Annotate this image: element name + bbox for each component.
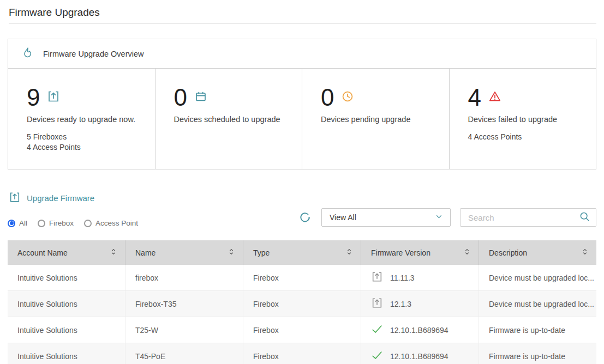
search-box (460, 208, 596, 227)
stat-ready-value: 9 (27, 85, 40, 110)
table-row[interactable]: Intuitive Solutions Firebox-T35 Firebox … (8, 291, 596, 317)
cell-type: Firebox (243, 317, 361, 343)
upload-icon (9, 191, 21, 205)
stat-scheduled-value: 0 (174, 85, 187, 110)
column-label: Account Name (17, 248, 68, 257)
column-header-firmware-version[interactable]: Firmware Version (361, 240, 479, 265)
search-icon[interactable] (579, 211, 590, 225)
cell-type: Firebox (243, 291, 361, 317)
filter-firebox-label: Firebox (49, 219, 74, 227)
firmware-version-text: 12.10.1.B689694 (390, 326, 448, 335)
column-label: Name (135, 248, 156, 257)
table-row[interactable]: Intuitive Solutions T45-PoE Firebox 12.1… (8, 343, 596, 364)
radio-selected-icon (8, 220, 15, 227)
column-label: Description (489, 248, 527, 257)
stat-ready-label: Devices ready to upgrade now. (27, 115, 145, 124)
table-toolbar: Upgrade Firmware All Firebox Access Poin… (8, 191, 596, 227)
firmware-version-text: 12.10.1.B689694 (390, 352, 448, 361)
cell-type: Firebox (243, 343, 361, 364)
sort-icon[interactable] (110, 248, 117, 257)
radio-unselected-icon (84, 220, 92, 227)
stat-failed-to-upgrade: 4 Devices failed to upgrade 4 Access Poi… (450, 69, 596, 169)
upgrade-firmware-label: Upgrade Firmware (27, 193, 94, 203)
sort-icon[interactable] (228, 248, 235, 257)
stat-failed-label: Devices failed to upgrade (468, 115, 587, 124)
cell-account-name: Intuitive Solutions (8, 317, 125, 343)
search-input[interactable] (467, 213, 579, 223)
sort-icon[interactable] (463, 248, 471, 257)
refresh-button[interactable] (298, 211, 312, 225)
cell-name: T45-PoE (125, 343, 243, 364)
stat-ready-to-upgrade: 9 Devices ready to upgrade now. 5 Firebo… (8, 69, 156, 169)
chevron-down-icon (434, 212, 444, 223)
firmware-version-text: 11.11.3 (390, 274, 415, 282)
overview-card-title: Firmware Upgrade Overview (43, 50, 144, 58)
filter-radio-access-point[interactable]: Access Point (84, 219, 138, 227)
flame-icon (21, 46, 34, 61)
column-label: Firmware Version (371, 248, 430, 257)
firmware-version-text: 12.1.3 (390, 300, 411, 308)
check-icon (371, 323, 383, 337)
column-header-type[interactable]: Type (243, 240, 361, 265)
cell-description: Device must be upgraded loc... (479, 265, 596, 290)
table-header-row: Account Name Name Type Firmware Version … (8, 240, 596, 265)
filter-radio-firebox[interactable]: Firebox (38, 219, 74, 227)
stat-pending-upgrade: 0 Devices pending upgrade (302, 69, 450, 169)
upload-icon (371, 297, 383, 311)
table-row[interactable]: Intuitive Solutions firebox Firebox 11.1… (8, 265, 596, 291)
view-filter-dropdown[interactable]: View All (321, 208, 451, 227)
stat-pending-label: Devices pending upgrade (321, 115, 439, 124)
stat-failed-subline-access-points: 4 Access Points (468, 132, 587, 142)
stat-scheduled-label: Devices scheduled to upgrade (174, 115, 292, 124)
view-filter-value: View All (330, 213, 356, 222)
upgrade-firmware-button[interactable]: Upgrade Firmware (9, 191, 94, 205)
cell-account-name: Intuitive Solutions (8, 265, 125, 290)
firmware-table: Account Name Name Type Firmware Version … (8, 240, 596, 364)
upload-icon (371, 271, 383, 284)
calendar-icon (194, 90, 207, 105)
stat-failed-value: 4 (468, 85, 481, 110)
stat-pending-value: 0 (321, 85, 334, 110)
stat-ready-subline-access-points: 4 Access Points (27, 142, 145, 153)
column-header-account-name[interactable]: Account Name (8, 240, 125, 265)
cell-account-name: Intuitive Solutions (8, 343, 125, 364)
overview-stats: 9 Devices ready to upgrade now. 5 Firebo… (8, 69, 596, 169)
page-title: Firmware Upgrades (9, 7, 596, 24)
overview-card-header: Firmware Upgrade Overview (8, 39, 596, 69)
sort-icon[interactable] (581, 248, 589, 257)
warning-icon (488, 90, 501, 105)
radio-unselected-icon (38, 220, 45, 227)
upload-icon (47, 90, 60, 105)
stat-ready-subline-fireboxes: 5 Fireboxes (27, 132, 145, 142)
cell-name: firebox (125, 265, 243, 290)
filter-radio-all[interactable]: All (8, 219, 27, 227)
cell-account-name: Intuitive Solutions (8, 291, 125, 317)
cell-firmware-version: 12.1.3 (361, 291, 479, 317)
cell-name: T25-W (125, 317, 243, 343)
refresh-icon (298, 218, 312, 226)
column-label: Type (253, 248, 270, 257)
cell-type: Firebox (243, 265, 361, 290)
cell-firmware-version: 12.10.1.B689694 (361, 317, 479, 343)
cell-description: Firmware is up-to-date (479, 343, 596, 364)
cell-firmware-version: 12.10.1.B689694 (361, 343, 479, 364)
stat-scheduled-to-upgrade: 0 Devices scheduled to upgrade (156, 69, 303, 169)
cell-firmware-version: 11.11.3 (361, 265, 479, 290)
cell-description: Device must be upgraded loc... (479, 291, 596, 317)
cell-description: Firmware is up-to-date (479, 317, 596, 343)
clock-icon (341, 90, 354, 105)
filter-access-point-label: Access Point (95, 219, 138, 227)
filter-all-label: All (19, 219, 27, 227)
cell-name: Firebox-T35 (125, 291, 243, 317)
device-type-filter-group: All Firebox Access Point (8, 219, 138, 227)
sort-icon[interactable] (345, 248, 353, 257)
column-header-description[interactable]: Description (479, 240, 596, 265)
column-header-name[interactable]: Name (125, 240, 243, 265)
check-icon (371, 349, 383, 363)
firmware-upgrade-overview-card: Firmware Upgrade Overview 9 Devices read… (8, 39, 596, 169)
table-row[interactable]: Intuitive Solutions T25-W Firebox 12.10.… (8, 317, 596, 343)
